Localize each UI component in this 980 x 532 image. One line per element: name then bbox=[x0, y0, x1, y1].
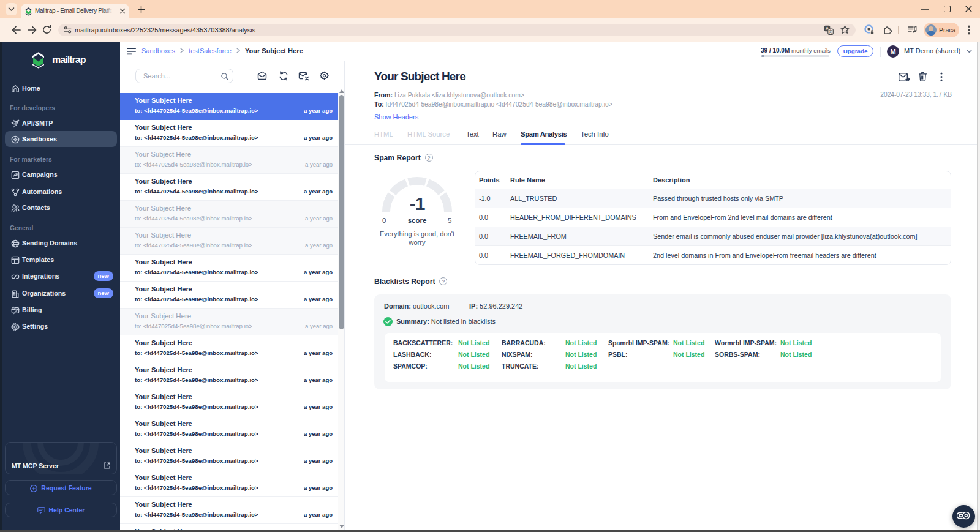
svg-text:文: 文 bbox=[829, 29, 833, 34]
